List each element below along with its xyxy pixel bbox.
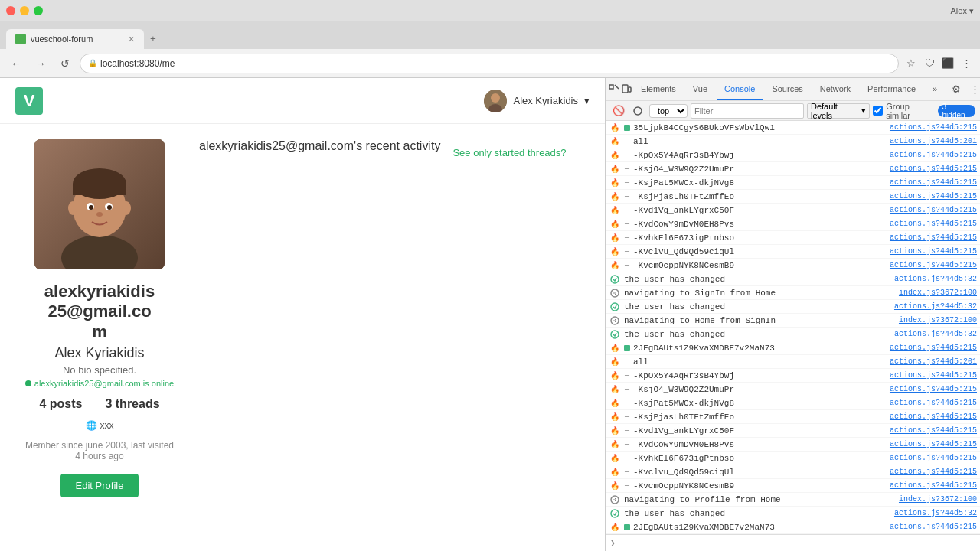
member-since: Member since june 2003, last visited 4 h… xyxy=(15,440,184,461)
console-source-link[interactable]: actions.js?44d5:32 xyxy=(894,330,977,338)
title-bar: Alex ▾ xyxy=(0,0,980,21)
tab-elements[interactable]: Elements xyxy=(633,78,684,100)
tab-network[interactable]: Network xyxy=(812,78,858,100)
console-source-link[interactable]: actions.js?44d5:215 xyxy=(890,151,977,159)
clear-console-button[interactable]: 🚫 xyxy=(610,103,626,119)
inspect-element-button[interactable] xyxy=(609,81,619,98)
console-row: 🔥—-KpOx5Y4AqRr3sB4Ybwjactions.js?44d5:21… xyxy=(606,148,980,162)
dash-icon: — xyxy=(624,249,630,255)
console-source-link[interactable]: index.js?3672:100 xyxy=(899,289,977,297)
close-button[interactable] xyxy=(6,6,15,15)
console-source-link[interactable]: actions.js?44d5:215 xyxy=(890,178,977,187)
more-options-icon[interactable]: ⋮ xyxy=(966,81,980,98)
default-levels-dropdown[interactable]: Default levels ▾ xyxy=(807,103,870,119)
console-source-link[interactable]: actions.js?44d5:215 xyxy=(890,344,977,352)
shield-icon[interactable]: 🛡 xyxy=(922,56,937,71)
minimize-button[interactable] xyxy=(20,6,29,15)
console-text: -KvdCowY9mDvM0EH8Pvs xyxy=(633,220,887,229)
console-sub-toolbar: 🚫 top Default levels ▾ Group similar 3 h… xyxy=(606,101,980,121)
console-source-link[interactable]: actions.js?44d5:215 xyxy=(890,165,977,173)
dash-icon: — xyxy=(624,373,630,379)
context-selector[interactable]: top xyxy=(649,104,688,118)
console-text: -KsjPat5MWCx-dkjNVg8 xyxy=(633,399,887,408)
console-row: 🔥allactions.js?44d5:201 xyxy=(606,355,980,369)
user-menu[interactable]: Alex Kyriakidis ▾ xyxy=(484,90,590,112)
extensions-icon[interactable]: ⬛ xyxy=(940,56,956,71)
see-only-threads-link[interactable]: See only started threads? xyxy=(452,147,566,158)
fire-icon: 🔥 xyxy=(609,247,621,256)
console-source-link[interactable]: actions.js?44d5:215 xyxy=(890,385,977,393)
fire-icon: 🔥 xyxy=(609,440,621,449)
console-text: the user has changed xyxy=(624,302,891,311)
console-source-link[interactable]: actions.js?44d5:215 xyxy=(890,371,977,380)
console-source-link[interactable]: actions.js?44d5:215 xyxy=(890,206,977,214)
new-tab-button[interactable]: + xyxy=(144,28,162,49)
console-text: -KsjPjasLh0TFtZmffEo xyxy=(633,192,887,201)
preserve-log-button[interactable] xyxy=(629,103,645,119)
group-similar-checkbox[interactable]: Group similar xyxy=(873,102,934,120)
tab-more[interactable]: » xyxy=(925,78,945,100)
console-source-link[interactable]: actions.js?44d5:215 xyxy=(890,440,977,448)
edit-profile-button[interactable]: Edit Profile xyxy=(60,474,139,497)
console-source-link[interactable]: actions.js?44d5:215 xyxy=(890,220,977,228)
fire-icon: 🔥 xyxy=(609,399,621,408)
fire-icon: 🔥 xyxy=(609,137,621,146)
fire-icon: 🔥 xyxy=(609,481,621,491)
console-output: navigating to Home from Forumindex.js?36… xyxy=(606,121,980,534)
console-source-link[interactable]: index.js?3672:100 xyxy=(899,495,977,504)
console-source-link[interactable]: actions.js?44d5:215 xyxy=(890,123,977,132)
console-source-link[interactable]: actions.js?44d5:215 xyxy=(890,412,977,421)
address-bar[interactable]: 🔒 localhost:8080/me xyxy=(80,54,899,73)
console-source-link[interactable]: actions.js?44d5:215 xyxy=(890,233,977,242)
console-row: the user has changedactions.js?44d5:32 xyxy=(606,300,980,314)
console-source-link[interactable]: index.js?3672:100 xyxy=(899,316,977,324)
tab-performance[interactable]: Performance xyxy=(860,78,923,100)
profile-avatar-image xyxy=(34,139,165,269)
vuex-icon xyxy=(609,509,621,518)
maximize-button[interactable] xyxy=(34,6,43,15)
console-source-link[interactable]: actions.js?44d5:215 xyxy=(890,192,977,201)
console-source-link[interactable]: actions.js?44d5:215 xyxy=(890,481,977,490)
fire-icon: 🔥 xyxy=(609,192,621,201)
console-text: the user has changed xyxy=(624,509,891,518)
menu-icon[interactable]: ⋮ xyxy=(959,56,974,71)
console-source-link[interactable]: actions.js?44d5:215 xyxy=(890,468,977,476)
site-logo[interactable]: V xyxy=(15,87,43,115)
back-button[interactable]: ← xyxy=(6,54,26,73)
console-source-link[interactable]: actions.js?44d5:215 xyxy=(890,454,977,462)
dash-icon: — xyxy=(624,221,630,227)
profile-bio: No bio specified. xyxy=(63,364,136,376)
console-source-link[interactable]: actions.js?44d5:201 xyxy=(890,357,977,366)
tab-sources[interactable]: Sources xyxy=(764,78,810,100)
active-tab[interactable]: vueschool-forum ✕ xyxy=(6,29,144,49)
device-toolbar-button[interactable] xyxy=(621,81,632,98)
tab-vue[interactable]: Vue xyxy=(685,78,715,100)
console-source-link[interactable]: actions.js?44d5:215 xyxy=(890,399,977,407)
logo-letter: V xyxy=(24,91,35,111)
vuex-icon xyxy=(609,330,621,339)
console-prompt[interactable]: ❯ xyxy=(606,534,980,551)
settings-icon[interactable]: ⚙ xyxy=(948,81,965,98)
refresh-button[interactable]: ↺ xyxy=(55,54,75,73)
console-source-link[interactable]: actions.js?44d5:201 xyxy=(890,137,977,145)
link-text[interactable]: xxx xyxy=(100,420,114,431)
svg-point-1 xyxy=(491,93,500,103)
console-source-link[interactable]: actions.js?44d5:215 xyxy=(890,247,977,256)
console-text: navigating to Profile from Home xyxy=(624,495,896,504)
console-source-link[interactable]: actions.js?44d5:215 xyxy=(890,523,977,531)
console-source-link[interactable]: actions.js?44d5:32 xyxy=(894,302,977,311)
tab-console[interactable]: Console xyxy=(717,78,763,100)
filter-input[interactable] xyxy=(691,103,804,119)
group-similar-input[interactable] xyxy=(873,106,883,116)
router-icon xyxy=(609,289,621,298)
avatar xyxy=(484,90,507,112)
tab-close-icon[interactable]: ✕ xyxy=(128,34,135,44)
console-source-link[interactable]: actions.js?44d5:32 xyxy=(894,509,977,517)
console-source-link[interactable]: actions.js?44d5:215 xyxy=(890,261,977,269)
console-source-link[interactable]: actions.js?44d5:215 xyxy=(890,426,977,435)
bookmark-icon[interactable]: ☆ xyxy=(903,56,919,71)
console-source-link[interactable]: actions.js?44d5:32 xyxy=(894,275,977,283)
forward-button[interactable]: → xyxy=(31,54,51,73)
dash-icon: — xyxy=(624,428,630,434)
dash-icon: — xyxy=(624,180,630,186)
